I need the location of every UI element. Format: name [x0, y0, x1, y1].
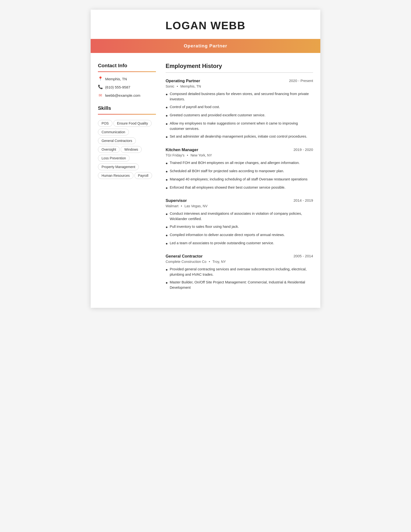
contact-section-title: Contact Info [98, 63, 156, 68]
bullet-text: Greeted customers and provided excellent… [170, 113, 265, 118]
skill-tag: Windows [121, 146, 142, 153]
job-title: Supervisor [166, 198, 187, 203]
job-title: General Contractor [166, 254, 203, 259]
bullet-text: Managed 40 employees; including scheduli… [170, 177, 308, 182]
skill-tag: Loss Prevention [98, 155, 130, 162]
job-block: Kitchen Manager2019 - 2020TGI Friday's •… [166, 148, 313, 190]
bullet-dot: ● [166, 280, 168, 290]
job-header: Operating Partner2020 - Present [166, 79, 313, 83]
bullet-dot: ● [166, 161, 168, 166]
job-dates: 2020 - Present [289, 79, 313, 83]
job-dates: 2005 - 2014 [293, 254, 313, 258]
bullet-text: Control of payroll and food cost. [170, 104, 220, 110]
job-bullet: ●Set and administer all dealership manag… [166, 134, 313, 140]
job-block: Operating Partner2020 - PresentSonic • M… [166, 79, 313, 140]
resume-container: LOGAN WEBB Operating Partner Contact Inf… [91, 10, 320, 308]
bullet-text: Composed detailed business plans for ele… [170, 91, 313, 102]
job-bullet: ●Compiled information to deliver accurat… [166, 232, 313, 238]
company-location: Las Vegas, NV [185, 204, 207, 208]
job-title-text: Operating Partner [184, 43, 227, 48]
job-bullet: ●Composed detailed business plans for el… [166, 91, 313, 102]
phone-icon: 📞 [98, 85, 103, 89]
bullet-text: Master Builder, On/Off Site Project Mana… [170, 280, 313, 290]
job-company: TGI Friday's • New York, NY [166, 153, 313, 157]
company-location: Troy, NY [213, 260, 226, 264]
job-block: General Contractor2005 - 2014Complete Co… [166, 254, 313, 290]
bullet-text: Allow my employees to make suggestions o… [170, 121, 313, 131]
skill-tag: Property Management [98, 163, 139, 170]
bullet-text: Trained FOH and BOH employees on all rec… [170, 160, 300, 166]
contact-location: 📍 Memphis, TN [98, 76, 156, 81]
location-text: Memphis, TN [105, 77, 127, 81]
bullet-dot: ● [166, 121, 168, 131]
job-dates: 2019 - 2020 [293, 148, 313, 152]
job-bullet: ●Conduct interviews and investigations o… [166, 211, 313, 221]
location-icon: 📍 [98, 76, 103, 81]
skill-tag: Communication [98, 129, 129, 135]
job-title: Kitchen Manager [166, 148, 198, 152]
job-bullet: ●Allow my employees to make suggestions … [166, 121, 313, 131]
bullet-dot: ● [166, 241, 168, 246]
job-bullet: ●Managed 40 employees; including schedul… [166, 177, 313, 182]
skills-divider [98, 114, 156, 115]
skill-tag: Oversight [98, 146, 120, 153]
job-bullet: ●Scheduled all BOH staff for projected s… [166, 168, 313, 174]
company-location: Memphis, TN [180, 84, 201, 88]
job-bullet: ●Provided general contracting services a… [166, 266, 313, 277]
bullet-text: Compiled information to deliver accurate… [170, 232, 285, 238]
job-block: Supervisor2014 - 2019Walmart • Las Vegas… [166, 198, 313, 246]
bullet-text: Enforced that all employees showed their… [170, 185, 286, 190]
bullet-dot: ● [166, 177, 168, 182]
bullet-dot: ● [166, 105, 168, 110]
job-company: Walmart • Las Vegas, NV [166, 204, 313, 208]
separator: • [176, 84, 179, 88]
employment-section-title: Employment History [166, 63, 313, 69]
phone-text: (610) 555-9587 [105, 85, 130, 89]
company-name: Sonic [166, 84, 174, 88]
skills-section: Skills POSEnsure Food QualityCommunicati… [98, 105, 156, 180]
contact-phone: 📞 (610) 555-9587 [98, 85, 156, 89]
job-bullet: ●Control of payroll and food cost. [166, 104, 313, 110]
bullet-text: Scheduled all BOH staff for projected sa… [170, 168, 284, 174]
skill-tag: General Contractors [98, 137, 136, 144]
skills-tags-container: POSEnsure Food QualityCommunicationGener… [98, 119, 156, 180]
job-bullet: ●Greeted customers and provided excellen… [166, 113, 313, 118]
bullet-dot: ● [166, 233, 168, 238]
bullet-text: Led a team of associates to provide outs… [170, 240, 274, 246]
job-dates: 2014 - 2019 [293, 198, 313, 202]
job-bullet: ●Pull inventory to sales floor using han… [166, 224, 313, 230]
company-name: Complete Construction Co [166, 260, 206, 264]
company-location: New York, NY [190, 153, 212, 157]
left-column: Contact Info 📍 Memphis, TN 📞 (610) 555-9… [98, 63, 156, 298]
bullet-text: Conduct interviews and investigations of… [170, 211, 313, 221]
job-bullet: ●Master Builder, On/Off Site Project Man… [166, 280, 313, 290]
email-icon: ✉ [98, 93, 103, 98]
bullet-text: Provided general contracting services an… [170, 266, 313, 277]
right-column: Employment History Operating Partner2020… [166, 63, 313, 298]
job-company: Sonic • Memphis, TN [166, 84, 313, 88]
jobs-container: Operating Partner2020 - PresentSonic • M… [166, 79, 313, 290]
bullet-dot: ● [166, 211, 168, 221]
bullet-text: Set and administer all dealership manage… [170, 134, 307, 140]
bullet-text: Pull inventory to sales floor using hand… [170, 224, 239, 230]
skills-section-title: Skills [98, 105, 156, 111]
bullet-dot: ● [166, 169, 168, 174]
skill-tag: Payroll [134, 172, 152, 179]
employment-divider [166, 72, 313, 73]
contact-divider [98, 71, 156, 72]
candidate-name: LOGAN WEBB [95, 19, 316, 32]
job-bullet: ●Enforced that all employees showed thei… [166, 185, 313, 190]
separator: • [186, 153, 189, 157]
body-section: Contact Info 📍 Memphis, TN 📞 (610) 555-9… [91, 53, 320, 308]
separator: • [208, 260, 211, 264]
job-bullet: ●Trained FOH and BOH employees on all re… [166, 160, 313, 166]
skill-tag: Ensure Food Quality [113, 120, 152, 127]
bullet-dot: ● [166, 113, 168, 118]
bullet-dot: ● [166, 224, 168, 230]
contact-email: ✉ lwebb@example.com [98, 93, 156, 98]
header-section: LOGAN WEBB [91, 10, 320, 37]
job-header: Kitchen Manager2019 - 2020 [166, 148, 313, 152]
company-name: Walmart [166, 204, 178, 208]
separator: • [180, 204, 183, 208]
email-text: lwebb@example.com [105, 93, 140, 97]
